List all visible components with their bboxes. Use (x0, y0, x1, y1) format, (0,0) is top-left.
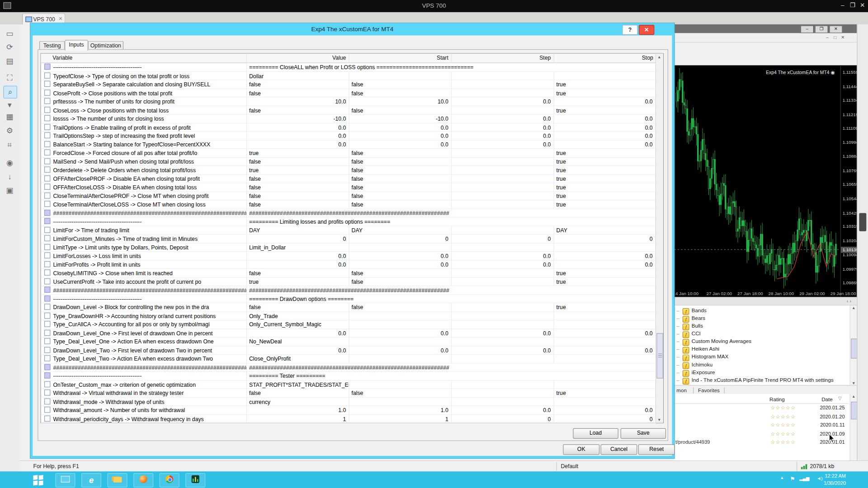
value-cell[interactable]: true (247, 166, 349, 174)
start-cell[interactable]: false (349, 89, 452, 98)
display-icon[interactable]: ▭ (3, 28, 16, 39)
row-checkbox[interactable] (44, 372, 50, 378)
stop-cell[interactable]: 0.0 (554, 252, 656, 260)
step-cell[interactable] (452, 106, 554, 114)
stop-cell[interactable]: 0.0 (554, 346, 656, 355)
value-cell[interactable]: Close_OnlyProfit (247, 355, 349, 363)
explorer-taskbar-icon[interactable] (55, 473, 75, 488)
settings-icon[interactable]: ⚙ (3, 125, 16, 137)
value-cell[interactable]: 0.0 (247, 131, 349, 140)
value-cell[interactable]: false (247, 157, 349, 166)
start-cell[interactable]: 1 (349, 415, 452, 423)
stop-cell[interactable] (554, 398, 656, 406)
navigator-item[interactable]: –ƒBulls (676, 323, 703, 330)
firefox-taskbar-icon[interactable] (133, 473, 153, 488)
stop-cell[interactable]: 0.0 (554, 406, 656, 415)
step-cell[interactable] (452, 72, 554, 80)
start-cell[interactable]: false (349, 174, 452, 183)
step-cell[interactable] (452, 157, 554, 166)
navigator-scrollbar[interactable]: ▲ ▼ (850, 305, 858, 386)
step-cell[interactable] (452, 200, 554, 209)
tab-favorites[interactable]: Favorites (693, 387, 725, 393)
table-scrollbar[interactable]: ▲ ▼ (656, 54, 663, 423)
table-row[interactable]: UseCurrentProfit -> Take into account th… (41, 277, 663, 286)
viewer-vscrollbar[interactable] (857, 24, 868, 471)
stop-cell[interactable]: 0.0 (554, 329, 656, 338)
clipboard-icon[interactable]: ▤ (3, 55, 16, 67)
market-scrollbar[interactable]: ▲ ▼ (850, 394, 858, 471)
row-checkbox[interactable] (44, 235, 50, 241)
step-cell[interactable] (452, 192, 554, 200)
row-checkbox[interactable] (44, 150, 50, 155)
step-cell[interactable] (452, 174, 554, 183)
start-cell[interactable]: -10.0 (349, 114, 452, 123)
value-cell[interactable]: -10.0 (247, 114, 349, 123)
table-row[interactable]: Withdrawal_mode -> Withdrawal type of un… (41, 398, 663, 406)
value-cell[interactable]: 0.0 (247, 123, 349, 131)
row-checkbox[interactable] (44, 158, 50, 164)
value-cell[interactable]: false (247, 89, 349, 98)
start-cell[interactable]: false (349, 192, 452, 200)
close-tab-icon[interactable]: ✕ (58, 16, 62, 22)
value-cell[interactable]: false (247, 174, 349, 183)
value-cell[interactable]: Limit_in_Dollar (247, 243, 349, 252)
start-cell[interactable]: false (349, 269, 452, 277)
table-row[interactable]: ClosebyLIMITING -> Close when limit is r… (41, 269, 663, 277)
navigator-item[interactable]: –ƒHistogram MAX (676, 353, 728, 361)
row-checkbox[interactable] (44, 407, 50, 413)
start-cell[interactable]: 0.0 (349, 140, 452, 149)
tab-common-partial[interactable]: mon (676, 387, 687, 393)
stop-cell[interactable]: true (554, 149, 656, 157)
reset-button[interactable]: Reset (638, 444, 675, 455)
step-cell[interactable] (452, 338, 554, 346)
product-link[interactable]: t/product/44939 (675, 439, 710, 445)
step-cell[interactable]: 0.0 (452, 329, 554, 338)
step-cell[interactable] (452, 389, 554, 398)
row-checkbox[interactable] (44, 355, 50, 361)
mt4-minimize-button[interactable]: – (801, 25, 814, 33)
start-cell[interactable]: 10.0 (349, 98, 452, 106)
row-checkbox[interactable] (44, 295, 50, 301)
stop-cell[interactable]: true (554, 183, 656, 192)
tray-hidden-icons[interactable]: ▲ (780, 476, 783, 480)
stop-cell[interactable]: true (554, 277, 656, 286)
navigator-item[interactable]: –ƒInd - The xCustomEA PipFinite Trend PR… (676, 377, 833, 385)
value-cell[interactable]: 0.0 (247, 346, 349, 355)
tab-inputs[interactable]: Inputs (65, 40, 88, 51)
row-checkbox[interactable] (44, 381, 50, 387)
table-row[interactable]: Withdrawal -> Virtual withdrawal in the … (41, 389, 663, 398)
step-cell[interactable]: 0.0 (452, 123, 554, 131)
row-checkbox[interactable] (44, 124, 50, 130)
folder-taskbar-icon[interactable] (108, 473, 127, 488)
tray-clock[interactable]: 12:22 AM 1/30/2020 (824, 473, 846, 487)
start-cell[interactable] (349, 355, 452, 363)
stop-cell[interactable]: true (554, 389, 656, 398)
start-cell[interactable]: 0.0 (349, 329, 452, 338)
stop-cell[interactable]: true (554, 200, 656, 209)
navigator-item[interactable]: –ƒHeiken Ashi (676, 346, 719, 353)
step-cell[interactable]: 0.0 (452, 131, 554, 140)
start-cell[interactable]: DAY (349, 226, 452, 235)
tray-network-icon[interactable]: ▂▄▆ (799, 476, 809, 481)
row-checkbox[interactable] (44, 269, 50, 275)
value-cell[interactable]: false (247, 80, 349, 89)
value-cell[interactable]: false (247, 200, 349, 209)
stop-cell[interactable]: 0.0 (554, 114, 656, 123)
stop-cell[interactable] (554, 380, 656, 389)
start-cell[interactable]: 0.0 (349, 131, 452, 140)
table-row[interactable]: ForcedClose -> Forced closure of all pos… (41, 149, 663, 157)
navigator-item[interactable]: –ƒCustom Moving Averages (676, 338, 751, 346)
row-checkbox[interactable] (44, 226, 50, 232)
table-row[interactable]: SeparateBuySell -> Separate calculation … (41, 80, 663, 89)
stop-cell[interactable] (554, 243, 656, 252)
value-cell[interactable]: Dollar (247, 72, 349, 80)
stop-cell[interactable]: true (554, 269, 656, 277)
navigator-item[interactable]: –ƒBears (676, 315, 705, 323)
row-checkbox[interactable] (44, 415, 50, 421)
stop-cell[interactable]: 0.0 (554, 140, 656, 149)
table-row[interactable]: Type_CurAllCA -> Accounting for all pos … (41, 320, 663, 329)
start-cell[interactable] (349, 320, 452, 329)
column-value[interactable]: Value (247, 54, 349, 63)
hscroll-arrows-icon[interactable]: ‹ › (847, 298, 851, 304)
value-cell[interactable]: Only_Current_Symbol_Magic (247, 320, 349, 329)
